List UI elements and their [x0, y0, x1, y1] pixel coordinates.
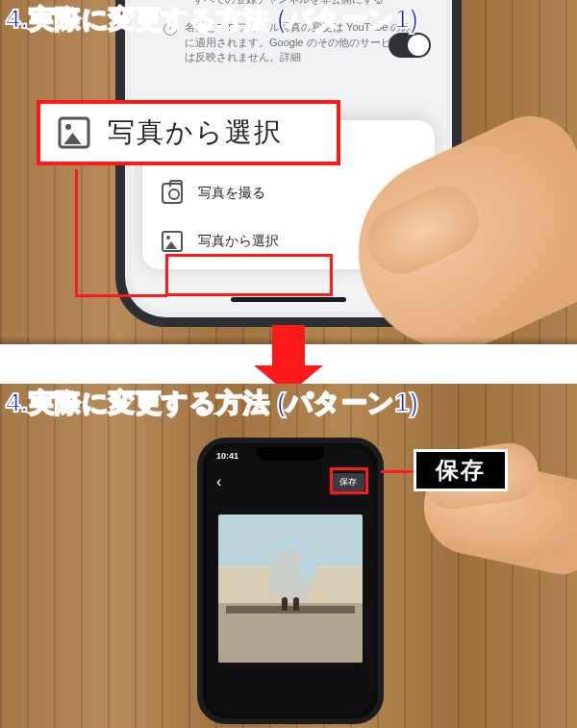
tutorial-step-panel-1: すべての登録チャンネルを非公開にする 名前とプロフィール写真の変更は YouTu… [0, 0, 577, 344]
callout-leader-line [75, 169, 78, 294]
sheet-item-label: 写真を撮る [198, 185, 265, 202]
callout-save: 保存 [414, 449, 508, 491]
photo-library-icon [162, 231, 183, 252]
home-indicator [231, 297, 346, 302]
status-time: 10:41 [216, 451, 238, 461]
callout-leader-line [381, 470, 414, 473]
camera-icon [162, 183, 183, 204]
step-heading: 4.実際に変更する方法 (パターン1) [6, 386, 419, 420]
flow-arrow [0, 344, 577, 384]
back-chevron-icon[interactable]: ‹ [216, 473, 221, 490]
step-heading: 4.実際に変更する方法 (パターン1) [6, 2, 419, 37]
selected-photo-preview[interactable] [218, 515, 363, 663]
phone-notch [257, 447, 324, 461]
sheet-item-label: 写真から選択 [198, 233, 279, 250]
callout-leader-line [75, 294, 167, 297]
photo-library-icon [59, 117, 90, 149]
highlight-box-save [330, 467, 368, 494]
phone-mockup-2: 10:41 ‹ 保存 [197, 438, 384, 724]
callout-label: 保存 [436, 455, 486, 486]
tutorial-step-panel-2: 10:41 ‹ 保存 保存 [0, 384, 577, 728]
callout-label: 写真から選択 [108, 114, 283, 151]
callout-choose-from-photos: 写真から選択 [37, 100, 340, 165]
